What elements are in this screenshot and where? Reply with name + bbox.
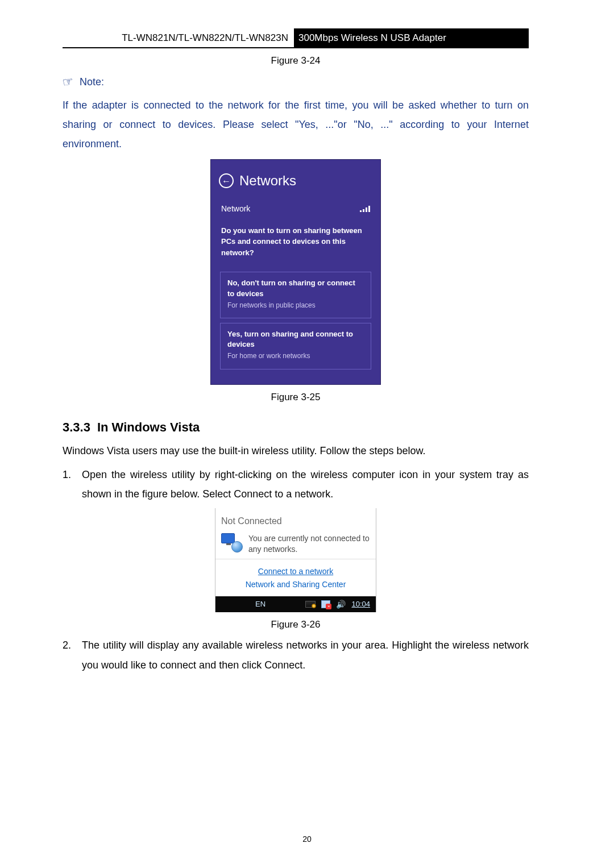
- network-tray-icon[interactable]: ×: [321, 600, 330, 608]
- option-no-subtitle: For networks in public places: [227, 300, 364, 311]
- sharing-question: Do you want to turn on sharing between P…: [211, 225, 380, 268]
- figure-caption-24: Figure 3-24: [63, 53, 529, 68]
- volume-icon[interactable]: 🔊: [336, 598, 346, 610]
- step-2-emph: Connect: [264, 659, 302, 671]
- header-product: 300Mbps Wireless N USB Adapter: [294, 28, 529, 47]
- step-1-emph: Connect to a network: [234, 488, 330, 500]
- keyboard-icon[interactable]: [305, 601, 316, 608]
- pointing-hand-icon: ☞: [61, 71, 76, 93]
- figure-caption-26: Figure 3-26: [63, 617, 529, 632]
- networks-title: Networks: [239, 170, 296, 192]
- option-yes-sharing[interactable]: Yes, turn on sharing and connect to devi…: [220, 323, 371, 369]
- option-yes-title: Yes, turn on sharing and connect to devi…: [227, 329, 364, 350]
- document-header: TL-WN821N/TL-WN822N/TL-WN823N 300Mbps Wi…: [63, 28, 529, 48]
- vista-popup: Not Connected You are currently not conn…: [215, 508, 376, 612]
- popup-message: You are currently not connected to any n…: [248, 533, 370, 555]
- note-text: If the adapter is connected to the netwo…: [63, 95, 529, 154]
- option-no-sharing[interactable]: No, don't turn on sharing or connect to …: [220, 272, 371, 318]
- language-indicator[interactable]: EN: [255, 599, 265, 610]
- networks-panel: ← Networks Network Do you want to turn o…: [210, 159, 381, 384]
- section-intro: Windows Vista users may use the built-in…: [63, 443, 529, 459]
- figure-caption-25: Figure 3-25: [63, 389, 529, 405]
- network-sharing-center-link[interactable]: Network and Sharing Center: [246, 580, 346, 589]
- section-number: 3.3.3: [63, 420, 90, 434]
- list-marker: 2.: [63, 636, 82, 674]
- step-1: 1. Open the wireless utility by right-cl…: [63, 465, 529, 504]
- note-label: Note:: [80, 74, 104, 90]
- page-number: 20: [0, 833, 614, 845]
- option-no-title: No, don't turn on sharing or connect to …: [227, 278, 364, 298]
- network-globe-icon: [221, 533, 243, 553]
- taskbar: EN × 🔊 10:04: [215, 596, 376, 612]
- popup-title: Not Connected: [221, 514, 370, 529]
- arrow-left-icon: ←: [222, 174, 231, 189]
- step-1-text-b: .: [330, 488, 333, 500]
- signal-icon: [360, 205, 370, 212]
- network-label: Network: [221, 202, 250, 215]
- connect-to-network-link[interactable]: Connect to a network: [258, 567, 333, 576]
- option-yes-subtitle: For home or work networks: [227, 351, 364, 362]
- section-heading: 3.3.3In Windows Vista: [63, 417, 529, 437]
- note-heading: ☞ Note:: [63, 72, 529, 92]
- step-2: 2. The utility will display any availabl…: [63, 636, 529, 674]
- list-marker: 1.: [63, 465, 82, 504]
- header-models: TL-WN821N/TL-WN822N/TL-WN823N: [63, 28, 294, 47]
- back-button[interactable]: ←: [219, 173, 234, 188]
- step-2-text-b: .: [302, 659, 305, 671]
- clock[interactable]: 10:04: [351, 599, 370, 610]
- section-title: In Windows Vista: [97, 420, 200, 434]
